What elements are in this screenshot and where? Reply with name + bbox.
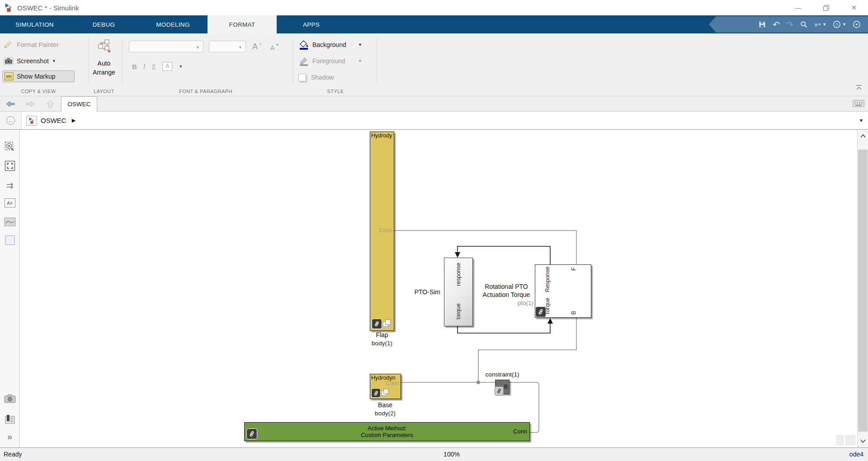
area-annotation-icon[interactable] [5, 235, 14, 245]
solver-name[interactable]: ode4 [849, 451, 863, 458]
auto-arrange-label-line1: Auto [98, 60, 111, 67]
show-markup-icon: M≡ [5, 72, 14, 80]
screenshot-icon [4, 57, 14, 65]
pto-block-name-line1[interactable]: Rotational PTO [485, 283, 528, 290]
svg-text:?: ? [835, 22, 838, 27]
font-family-select[interactable]: ▼ [129, 41, 203, 52]
increase-font-caret-icon: ▲ [259, 42, 262, 46]
breadcrumb-dropdown-icon[interactable]: ▼ [859, 118, 863, 123]
viewmark-camera-icon[interactable] [4, 394, 16, 405]
flap-body-block[interactable]: Hydrody Conn [370, 132, 394, 331]
save-icon[interactable] [758, 20, 766, 28]
tab-apps[interactable]: APPS [277, 15, 346, 33]
increase-font-label: A [252, 42, 258, 52]
foreground-label: Foreground [312, 57, 355, 65]
foreground-dropdown-caret: ▼ [358, 59, 362, 63]
forward-arrow-icon [25, 99, 35, 108]
font-size-select[interactable]: ▼ [209, 41, 246, 52]
scroll-down-icon[interactable] [858, 438, 868, 444]
group-label-layout: LAYOUT [94, 89, 114, 94]
document-tab-oswec[interactable]: OSWEC [61, 96, 97, 112]
flap-block-subtitle[interactable]: body(1) [372, 340, 392, 347]
constraint-block-name[interactable]: constraint(1) [485, 371, 519, 378]
help-icon[interactable]: ? ▼ [833, 20, 846, 28]
connection-wire-flap-f[interactable] [394, 230, 576, 264]
screenshot-label: Screenshot [17, 57, 49, 65]
variant-badge-icon[interactable] [381, 388, 389, 397]
breadcrumb-bar: ← OSWEC ▶ ▼ [0, 112, 868, 130]
background-label: Background [312, 41, 355, 48]
text-align-button: A [162, 62, 172, 71]
run-options-icon[interactable]: »★▼ [814, 21, 826, 28]
fit-to-view-icon[interactable] [5, 160, 15, 173]
scrollbar-thumb[interactable] [858, 150, 868, 432]
variant-badge-icon[interactable] [382, 319, 392, 328]
decrease-font-caret-icon: ▼ [275, 43, 279, 47]
pto-block-name-line2[interactable]: Actuation Torque [483, 291, 530, 298]
back-arrow-icon[interactable] [5, 99, 15, 108]
group-label-copy-view: COPY & VIEW [21, 89, 56, 94]
status-bar: Ready 100% ode4 [0, 447, 868, 461]
font-dropdown-caret[interactable]: ▼ [179, 64, 183, 69]
shadow-button: Shadow [298, 71, 334, 83]
library-link-icon[interactable] [371, 388, 381, 398]
active-method-line1: Active Method: [368, 425, 406, 432]
undo-icon[interactable]: ↶ [773, 20, 780, 29]
scroll-up-icon[interactable] [858, 133, 868, 139]
active-method-line2: Custom Parameters [361, 432, 413, 438]
vertical-scrollbar[interactable] [857, 130, 868, 447]
tab-modeling[interactable]: MODELING [138, 15, 208, 33]
show-markup-toggle[interactable]: M≡ Show Markup [2, 71, 75, 82]
flap-block-name[interactable]: Flap [376, 331, 388, 339]
increase-font-button: A ▲ [252, 41, 264, 52]
pto-b-port-label: B [571, 311, 577, 315]
breadcrumb-model-name[interactable]: OSWEC [41, 117, 66, 124]
signal-lines-icon[interactable]: ⇉ [6, 180, 14, 191]
close-button[interactable]: ✕ [840, 0, 868, 15]
pto-sim-block-name[interactable]: PTO-Sim [395, 288, 440, 296]
image-annotation-icon[interactable] [4, 217, 16, 228]
expand-palette-icon[interactable]: » [7, 432, 12, 442]
base-body-block[interactable]: Hydrodyn Conn [370, 374, 401, 399]
model-canvas[interactable]: Hydrody Conn Flap body(1) response torqu… [20, 130, 857, 447]
keyboard-shortcuts-icon[interactable] [853, 100, 864, 109]
window-title: OSWEC * - Simulink [17, 4, 79, 12]
annotation-icon[interactable]: A≡ [5, 198, 15, 207]
library-link-icon[interactable] [372, 319, 382, 329]
tab-format[interactable]: FORMAT [208, 15, 277, 33]
auto-arrange-icon [98, 39, 111, 53]
auto-arrange-button[interactable] [98, 39, 111, 55]
minimize-button[interactable]: — [784, 0, 812, 15]
background-button[interactable]: Background ▼ [298, 39, 362, 51]
hide-explorer-icon[interactable]: ← [6, 116, 15, 125]
hscrollbar-segment[interactable] [836, 435, 844, 445]
minimize-toolstrip-icon[interactable] [853, 20, 861, 28]
rotational-pto-block[interactable] [535, 264, 591, 318]
library-link-icon[interactable] [495, 386, 504, 395]
pto-block-subtitle: pto(1) [493, 300, 533, 306]
pto-f-port-label: F [571, 267, 577, 271]
search-icon[interactable] [800, 20, 808, 28]
zoom-region-icon[interactable] [5, 141, 15, 154]
foreground-icon [298, 56, 309, 66]
model-browser-icon[interactable] [5, 414, 15, 426]
toolstrip-tab-bar: SIMULATION DEBUG MODELING FORMAT APPS ↶ … [0, 15, 868, 33]
screenshot-dropdown-caret[interactable]: ▼ [52, 59, 56, 63]
collapse-ribbon-icon[interactable] [855, 85, 863, 92]
method-conn-port-label: Conn [513, 428, 527, 435]
screenshot-button[interactable]: Screenshot ▼ [4, 55, 56, 67]
auto-arrange-label-line2: Arrange [93, 69, 115, 76]
hscrollbar-segment[interactable] [845, 435, 855, 445]
active-method-block[interactable]: Active Method: Custom Parameters Conn [244, 422, 530, 441]
tab-debug[interactable]: DEBUG [69, 15, 138, 33]
base-block-subtitle[interactable]: body(2) [375, 410, 396, 417]
library-link-icon[interactable] [246, 428, 257, 439]
quick-access-toolbar: ↶ ↷ »★▼ ? ▼ [709, 16, 868, 33]
background-dropdown-caret[interactable]: ▼ [358, 42, 362, 47]
foreground-button: Foreground ▼ [298, 55, 362, 67]
constraint-block[interactable]: B [495, 380, 509, 394]
base-block-name[interactable]: Base [378, 401, 392, 409]
tab-simulation[interactable]: SIMULATION [0, 15, 69, 33]
restore-button[interactable] [812, 0, 840, 15]
breadcrumb-expand-icon[interactable]: ▶ [72, 118, 75, 123]
